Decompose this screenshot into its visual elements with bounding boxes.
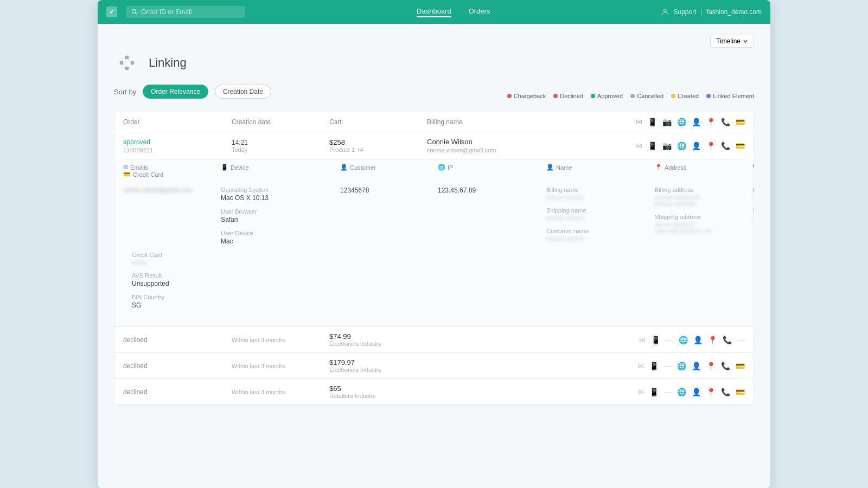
search-bar[interactable]: [126, 6, 245, 18]
icon-email-d2: ✉: [637, 362, 644, 370]
icons-declined-2: ✉ 📱 — 🌐 👤 📍 📞 💳: [546, 362, 745, 370]
cart-declined-2: Electronics Industry: [329, 367, 427, 373]
detail-phone-col: Billing phone ●●●●●●●● Shipping phone ●●…: [752, 187, 754, 252]
shipping-name-label: Shipping name: [546, 207, 655, 214]
icon-loc-d2: 📍: [706, 362, 716, 370]
col-header-phone: 📞 Phone: [752, 164, 754, 171]
app-logo[interactable]: ✓: [106, 7, 117, 17]
cart-declined-1: Electronics Industry: [329, 341, 427, 347]
date-declined-2: Within last 3 months: [232, 363, 329, 369]
icon-location: 📍: [706, 118, 716, 126]
customer-name-label: Customer name: [546, 228, 655, 234]
order-row-declined-2: declined Within last 3 months $179.97 El…: [114, 353, 754, 379]
legend-linked: Linked Element: [706, 93, 754, 99]
icon-globe-d1: 🌐: [679, 336, 688, 344]
amount-declined-3: $65: [329, 384, 427, 393]
icon-person-d3: 👤: [692, 388, 701, 396]
icon-globe-d3: 🌐: [677, 388, 686, 396]
date-declined-1: Within last 3 months: [232, 337, 329, 343]
search-icon: [131, 9, 138, 15]
cart-detail: Product 1 +4: [329, 146, 427, 153]
icon-phone-d2: 📞: [721, 362, 730, 370]
timeline-button[interactable]: Timeline: [710, 35, 754, 48]
cart-amount: $258: [329, 138, 427, 146]
icon-card-d3: 💳: [736, 388, 745, 396]
icon-phone-d3: 📞: [721, 388, 730, 396]
os-value: Mac OS X 10.13: [221, 194, 340, 202]
order-row-main-declined-1[interactable]: declined Within last 3 months $74.99 Ele…: [114, 327, 754, 352]
icon-device-d3: 📱: [649, 388, 659, 396]
col-cart: Cart: [329, 118, 427, 126]
icon-dash-d3: —: [664, 388, 672, 396]
order-day: Today: [232, 146, 329, 153]
row-icon-location: 📍: [706, 142, 716, 150]
support-label[interactable]: Support: [673, 8, 696, 16]
billing-name-val: ●●●●● ●●●●●: [546, 194, 655, 201]
linking-icon: [114, 50, 140, 76]
detail-col-headers: ✉ Emails 📱 Device 👤 Customer 🌐: [123, 159, 745, 180]
status-declined-2: declined: [123, 362, 232, 370]
orders-table: Order Creation date Cart Billing name ✉ …: [114, 112, 754, 406]
icon-phone: 📞: [721, 118, 730, 126]
billing-phone-label: Billing phone: [752, 187, 754, 193]
cart-declined-3: Retailers Industry: [329, 393, 427, 399]
icon-email: ✉: [636, 118, 642, 126]
shipping-name-val: ●●●●● ●●●●●: [546, 215, 655, 221]
row-icon-email: ✉: [636, 142, 642, 150]
icon-globe-d2: 🌐: [677, 362, 686, 370]
amount-declined-2: $179.97: [329, 358, 427, 367]
legend-chargeback: Chargeback: [507, 93, 546, 99]
row-icon-person: 👤: [692, 142, 701, 150]
icon-card: 💳: [736, 118, 745, 126]
billing-name-label: Billing name: [546, 187, 655, 193]
detail-email-col: connie.wilson@gmail.com: [123, 187, 221, 252]
icon-email-d1: ✉: [639, 336, 646, 344]
nav-orders[interactable]: Orders: [469, 7, 490, 17]
browser-value: Safari: [221, 216, 340, 223]
status-declined-1: declined: [123, 336, 232, 344]
detail-card-col: Credit Card ●●●● AVS Result Unsupported …: [123, 252, 221, 316]
order-time: 14:21: [232, 139, 329, 146]
icon-camera: 📷: [662, 118, 672, 126]
billing-phone-val: ●●●●●●●●: [752, 194, 754, 201]
col-header-device: 📱 Device: [221, 164, 340, 171]
billing-addr-val2: ●●●●● ●●●●●●: [655, 201, 752, 207]
col-order: Order: [123, 118, 232, 126]
order-status-approved: approved: [123, 138, 232, 146]
device-label: User Device: [221, 230, 340, 236]
sort-label: Sort by: [114, 88, 136, 96]
order-id-approved: 114089211: [123, 147, 232, 153]
icon-dash-d2: —: [664, 362, 672, 370]
icon-dash-d1: —: [666, 336, 673, 344]
shipping-addr-val: ●● ●● ●●●●●●: [655, 221, 752, 228]
device-value: Mac: [221, 237, 340, 245]
order-row-main-declined-3[interactable]: declined Within last 3 months $65 Retail…: [114, 379, 754, 404]
shipping-phone-val: ●●●●●●●●: [752, 215, 754, 221]
detail-customer-col: 12345678: [340, 187, 438, 252]
customer-name-val: ●●●●● ●●●●●: [546, 235, 655, 242]
cc-val: ●●●●: [132, 259, 221, 266]
row-icon-camera: 📷: [662, 142, 672, 150]
header-icons: ✉ 📱 📷 🌐 👤 📍 📞 💳: [546, 118, 745, 126]
page-title: Linking: [149, 56, 187, 70]
icon-person-d2: 👤: [692, 362, 701, 370]
order-row-main-approved[interactable]: approved 114089211 14:21 Today $258 Prod…: [114, 132, 754, 159]
row-icon-globe: 🌐: [677, 142, 686, 150]
os-label: Operating System: [221, 187, 340, 193]
sort-creation-date[interactable]: Creation Date: [215, 85, 271, 99]
sort-order-relevance[interactable]: Order Relevance: [143, 85, 208, 99]
detail-device-col: Operating System Mac OS X 10.13 User Bro…: [221, 187, 340, 252]
search-input[interactable]: [141, 8, 228, 16]
icon-loc-d1: 📍: [708, 336, 717, 344]
order-row-main-declined-2[interactable]: declined Within last 3 months $179.97 El…: [114, 353, 754, 378]
sort-legend-bar: Sort by Order Relevance Creation Date Ch…: [114, 85, 754, 107]
svg-point-2: [664, 9, 667, 12]
col-header-name: 👤 Name: [546, 164, 655, 171]
detail-address-col: Billing address ●●●●● ●●●●●●● ●●●●● ●●●●…: [655, 187, 752, 252]
main-content: Timeline Linking: [98, 24, 770, 488]
col-creation-date: Creation date: [232, 118, 329, 126]
table-header-row: Order Creation date Cart Billing name ✉ …: [114, 112, 754, 132]
bin-val: SG: [132, 301, 221, 309]
nav-dashboard[interactable]: Dashboard: [417, 7, 451, 17]
billing-email: connie.wilson@gmail.com: [427, 147, 546, 153]
